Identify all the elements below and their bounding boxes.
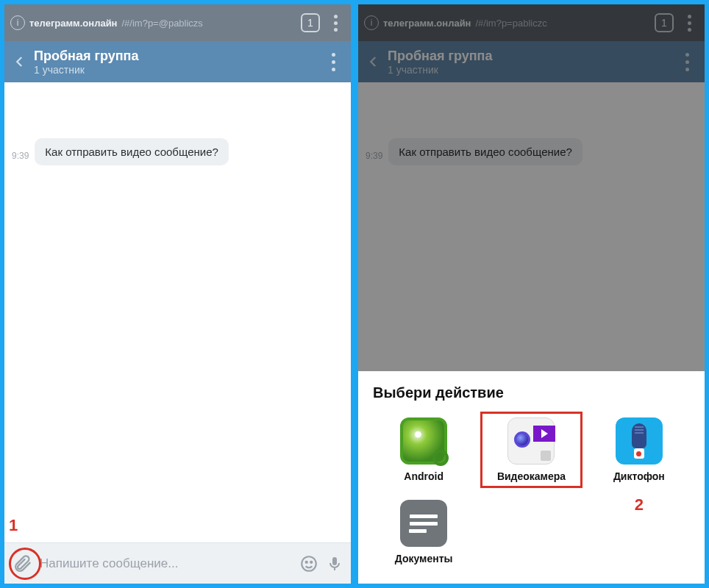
annotation-label-1: 1 [9,516,18,535]
mic-icon[interactable] [326,555,343,573]
sheet-item-label: Android [404,470,443,482]
chat-subtitle: 1 участник [34,64,317,76]
sheet-item-label: Диктофон [613,470,665,482]
documents-icon [400,500,447,547]
message-row: 9:39 Как отправить видео сообщение? [12,138,343,165]
chat-title-block[interactable]: Пробная группа 1 участник [34,49,317,76]
message-bubble[interactable]: Как отправить видео сообщение? [388,138,582,165]
url-fragment: /#/im?p=pabliczc [475,18,546,29]
paperclip-icon [12,553,32,574]
sheet-item-label: Документы [395,553,453,564]
message-bubble[interactable]: Как отправить видео сообщение? [35,138,228,165]
chat-menu-icon[interactable] [678,53,696,71]
sheet-item-camera[interactable]: Видеокамера [480,412,582,488]
android-gallery-icon [400,417,447,465]
chat-title: Пробная группа [388,49,671,64]
chat-subtitle: 1 участник [388,64,671,76]
sheet-grid: Android Видеокамера Диктофон Докуме [373,412,690,576]
chat-title: Пробная группа [34,49,317,64]
sheet-item-documents[interactable]: Документы [373,494,474,570]
back-icon[interactable] [367,55,380,68]
annotation-label-2: 2 [588,495,690,570]
sheet-item-android[interactable]: Android [373,412,474,488]
info-icon: i [10,15,25,30]
message-time: 9:39 [12,151,29,165]
url-host: телеграмм.онлайн [29,18,117,29]
svg-point-2 [310,561,312,562]
phone-left: i телеграмм.онлайн/#/im?p=@pabliczs 1 Пр… [4,4,351,584]
tab-count-button[interactable]: 1 [655,13,674,32]
url-fragment: /#/im?p=@pabliczs [121,18,202,29]
back-icon[interactable] [13,55,26,68]
svg-point-1 [306,561,307,562]
svg-point-0 [302,556,316,571]
browser-menu-icon[interactable] [326,15,345,32]
chat-title-block[interactable]: Пробная группа 1 участник [388,49,671,76]
url-box[interactable]: i телеграмм.онлайн/#/im?p=@pabliczs [10,15,295,30]
url-box[interactable]: i телеграмм.онлайн/#/im?p=pabliczc [364,15,649,30]
sheet-item-label: Видеокамера [497,470,566,482]
info-icon: i [364,15,379,30]
sheet-item-recorder[interactable]: Диктофон [588,412,690,488]
url-host: телеграмм.онлайн [383,18,471,29]
emoji-icon[interactable] [299,554,318,573]
phone-right: i телеграмм.онлайн/#/im?p=pabliczc 1 Про… [358,4,705,584]
action-sheet: Выбери действие Android Видеокамера Дикт… [358,371,705,584]
chat-menu-icon[interactable] [324,53,342,71]
chat-body[interactable]: 9:39 Как отправить видео сообщение? [4,82,351,542]
tab-count-button[interactable]: 1 [301,13,320,32]
message-input[interactable] [40,556,292,571]
attach-button[interactable] [12,553,32,574]
browser-menu-icon[interactable] [680,15,699,32]
chat-header: Пробная группа 1 участник [358,41,705,82]
message-time: 9:39 [366,151,382,165]
chat-header: Пробная группа 1 участник [4,41,351,82]
videocamera-icon [507,417,555,465]
dictaphone-icon [616,417,663,465]
chat-body[interactable]: 9:39 Как отправить видео сообщение? [358,82,705,371]
composer [4,542,351,584]
svg-rect-3 [334,568,335,570]
message-row: 9:39 Как отправить видео сообщение? [366,138,697,165]
browser-bar: i телеграмм.онлайн/#/im?p=@pabliczs 1 [4,4,351,41]
browser-bar: i телеграмм.онлайн/#/im?p=pabliczc 1 [358,4,705,41]
sheet-title: Выбери действие [373,384,690,401]
